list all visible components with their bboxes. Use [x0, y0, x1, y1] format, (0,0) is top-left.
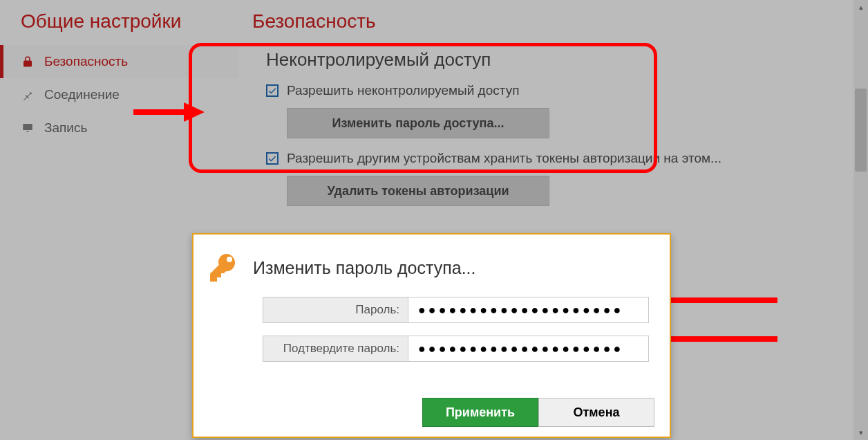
change-password-dialog: Изменить пароль доступа... Пароль: Подтв…: [192, 233, 671, 438]
app-window: Общие настройки Безопасность Соединение …: [0, 0, 868, 440]
dialog-header: Изменить пароль доступа...: [194, 235, 670, 291]
cancel-button[interactable]: Отмена: [538, 398, 654, 427]
key-icon: [207, 251, 240, 284]
dialog-title: Изменить пароль доступа...: [253, 258, 475, 278]
confirm-label: Подтвердите пароль:: [263, 336, 408, 362]
confirm-input[interactable]: [408, 336, 649, 362]
password-row: Пароль:: [263, 297, 649, 323]
password-label: Пароль:: [263, 297, 408, 323]
password-input[interactable]: [408, 297, 649, 323]
confirm-row: Подтвердите пароль:: [263, 336, 649, 362]
dialog-footer: Применить Отмена: [422, 398, 654, 427]
apply-button[interactable]: Применить: [422, 398, 538, 427]
